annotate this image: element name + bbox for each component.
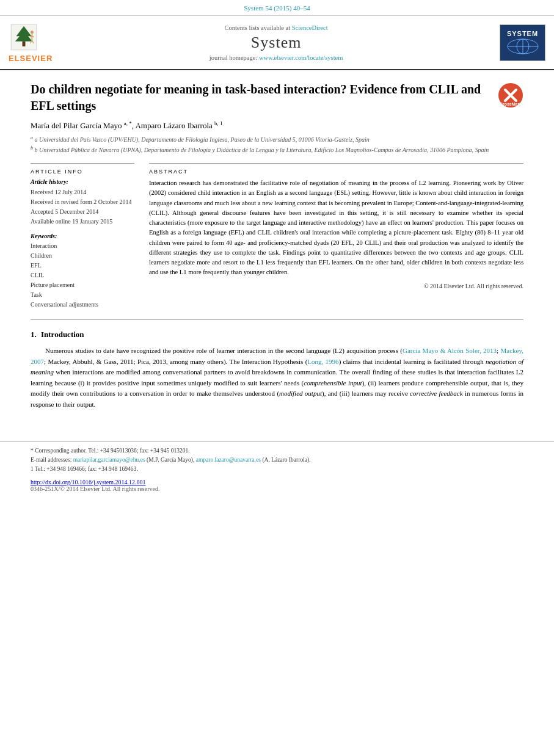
received-date: Received 12 July 2014 <box>31 187 134 197</box>
article-info-label: Article Info <box>31 169 134 175</box>
contents-prefix: Contents lists available at <box>225 24 292 31</box>
article-info-col: Article Info Article history: Received 1… <box>31 163 134 310</box>
history-title: Article history: <box>31 178 134 185</box>
ref-garciamayo: García Mayo & Alcón Soler, 2013 <box>403 347 497 354</box>
email1-link[interactable]: mariapilar.garciamayo@ehu.es <box>73 457 145 463</box>
keyword-children: Children <box>31 251 134 261</box>
accepted-date: Accepted 5 December 2014 <box>31 207 134 217</box>
keyword-conv: Conversational adjustments <box>31 300 134 310</box>
intro-heading-text: Introduction <box>41 330 84 339</box>
system-logo-globe-icon <box>505 37 541 56</box>
keywords-title: Keywords: <box>31 233 134 239</box>
journal-center: Contents lists available at ScienceDirec… <box>59 24 494 61</box>
keyword-picture: Picture placement <box>31 280 134 290</box>
doi-link: http://dx.doi.org/10.1016/j.system.2014.… <box>31 479 523 485</box>
issn-line: 0346-251X/© 2014 Elsevier Ltd. All right… <box>31 485 523 492</box>
keyword-task: Task <box>31 290 134 300</box>
citation-link[interactable]: System 54 (2015) 40–54 <box>244 4 310 12</box>
crossmark-icon: CrossMark <box>498 82 523 108</box>
footer-section: * Corresponding author. Tel.: +34 945013… <box>0 441 554 493</box>
copyright-line: © 2014 Elsevier Ltd. All rights reserved… <box>149 283 523 289</box>
tel-note: 1 Tel.: +34 948 169466; fax: +34 948 169… <box>31 465 523 474</box>
journal-title: System <box>59 34 494 52</box>
contents-line: Contents lists available at ScienceDirec… <box>59 24 494 31</box>
keyword-efl: EFL <box>31 261 134 271</box>
two-col-section: Article Info Article history: Received 1… <box>31 163 523 310</box>
journal-header: ELSEVIER Contents lists available at Sci… <box>0 16 554 70</box>
svg-rect-3 <box>23 42 26 46</box>
keyword-interaction: Interaction <box>31 241 134 251</box>
article-container: Do children negotiate for meaning in tas… <box>0 70 554 429</box>
authors: María del Pilar García Mayo a, *, Amparo… <box>31 120 523 131</box>
homepage-link[interactable]: www.elsevier.com/locate/system <box>259 54 343 61</box>
email-label: E-mail addresses: <box>31 457 73 463</box>
homepage-line: journal homepage: www.elsevier.com/locat… <box>59 54 494 61</box>
article-title-block: Do children negotiate for meaning in tas… <box>31 81 523 114</box>
elsevier-logo: ELSEVIER <box>9 22 53 63</box>
abstract-label: Abstract <box>149 169 523 175</box>
section-number: 1. <box>31 330 37 339</box>
elsevier-tree-icon <box>9 22 39 53</box>
corresponding-note: * Corresponding author. Tel.: +34 945013… <box>31 446 523 456</box>
elsevier-wordmark: ELSEVIER <box>9 54 53 63</box>
revised-date: Received in revised form 2 October 2014 <box>31 197 134 207</box>
affiliations: a a Universidad del País Vasco (UPV/EHU)… <box>31 134 523 154</box>
intro-paragraph: Numerous studies to date have recognized… <box>31 346 523 410</box>
affiliation-b: b Universidad Pública de Navarra (UPNA),… <box>35 147 489 153</box>
intro-heading: 1. Introduction <box>31 330 523 340</box>
top-bar: System 54 (2015) 40–54 <box>0 0 554 16</box>
email1-name: (M.P. García Mayo), <box>147 457 196 463</box>
svg-text:CrossMark: CrossMark <box>500 102 522 106</box>
available-date: Available online 19 January 2015 <box>31 217 134 227</box>
abstract-text: Interaction research has demonstrated th… <box>149 178 523 278</box>
ref-long1996: Long, 1996 <box>307 358 338 365</box>
abstract-col: Abstract Interaction research has demons… <box>149 163 523 310</box>
article-title: Do children negotiate for meaning in tas… <box>31 81 490 114</box>
svg-point-4 <box>31 31 34 34</box>
affiliation-a: a Universidad del País Vasco (UPV/EHU), … <box>35 137 370 144</box>
email2-link[interactable]: amparo.lazaro@unavarra.es <box>196 457 261 463</box>
homepage-prefix: journal homepage: <box>210 54 259 61</box>
email2-name: (A. Lázaro Ibarrola). <box>262 457 310 463</box>
doi-anchor[interactable]: http://dx.doi.org/10.1016/j.system.2014.… <box>31 479 145 485</box>
section-divider <box>31 319 523 320</box>
sciencedirect-link[interactable]: ScienceDirect <box>292 24 328 31</box>
system-journal-logo: SYSTEM <box>500 24 545 61</box>
keyword-clil: CLIL <box>31 271 134 280</box>
email-line: E-mail addresses: mariapilar.garciamayo@… <box>31 456 523 465</box>
